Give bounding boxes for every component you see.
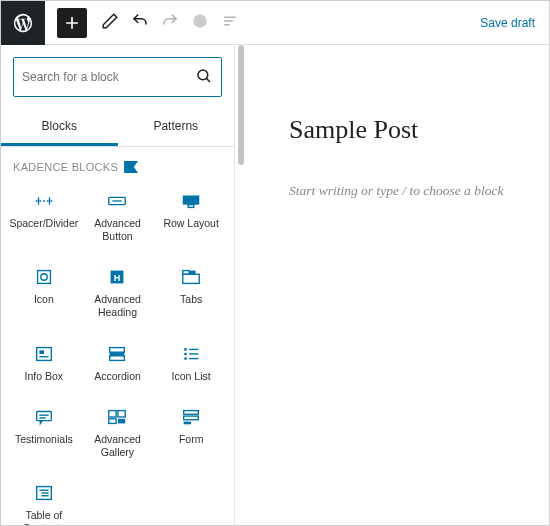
icon-block-icon <box>33 267 55 287</box>
block-form[interactable]: Form <box>154 397 228 469</box>
block-label: Icon <box>34 293 54 306</box>
block-label: Advanced Button <box>83 217 153 243</box>
search-input[interactable] <box>22 70 195 84</box>
svg-rect-21 <box>189 271 195 275</box>
svg-text:H: H <box>114 273 121 283</box>
svg-rect-40 <box>118 418 125 423</box>
advanced-heading-icon: H <box>106 267 128 287</box>
tab-blocks[interactable]: Blocks <box>1 109 118 146</box>
block-advanced-heading[interactable]: H Advanced Heading <box>81 257 155 329</box>
block-label: Table of Contents <box>9 509 79 525</box>
svg-rect-34 <box>36 411 51 420</box>
svg-rect-27 <box>110 355 125 360</box>
post-title[interactable]: Sample Post <box>289 115 531 145</box>
block-label: Testimonials <box>15 433 73 446</box>
topbar: Save draft <box>1 1 549 45</box>
section-header-kadence[interactable]: KADENCE BLOCKS <box>1 147 234 181</box>
row-layout-icon <box>180 191 202 211</box>
form-icon <box>180 407 202 427</box>
tab-patterns[interactable]: Patterns <box>118 109 235 146</box>
svg-point-30 <box>184 352 187 355</box>
svg-rect-41 <box>184 410 199 414</box>
block-label: Advanced Gallery <box>83 433 153 459</box>
block-testimonials[interactable]: Testimonials <box>7 397 81 469</box>
post-body-placeholder[interactable]: Start writing or type / to choose a bloc… <box>289 183 531 199</box>
toc-icon <box>33 483 55 503</box>
block-accordion[interactable]: Accordion <box>81 334 155 393</box>
block-info-box[interactable]: Info Box <box>7 334 81 393</box>
block-icon[interactable]: Icon <box>7 257 81 329</box>
wordpress-logo[interactable] <box>1 1 45 45</box>
svg-point-32 <box>184 357 187 360</box>
svg-rect-42 <box>184 416 199 420</box>
block-label: Spacer/Divider <box>9 217 78 230</box>
scrollbar[interactable] <box>234 45 247 525</box>
svg-point-6 <box>198 70 208 80</box>
search-box[interactable] <box>13 57 222 97</box>
svg-rect-19 <box>183 275 200 284</box>
search-icon <box>195 67 213 88</box>
info-icon <box>191 12 209 33</box>
svg-point-28 <box>184 348 187 351</box>
block-label: Icon List <box>172 370 211 383</box>
block-icon-list[interactable]: Icon List <box>154 334 228 393</box>
block-advanced-button[interactable]: Advanced Button <box>81 181 155 253</box>
info-box-icon <box>33 344 55 364</box>
svg-rect-25 <box>110 347 125 352</box>
icon-list-icon <box>180 344 202 364</box>
svg-rect-37 <box>109 410 116 416</box>
block-grid: Spacer/Divider Advanced Button Row Layou… <box>1 181 234 525</box>
edit-icon[interactable] <box>101 12 119 33</box>
svg-line-7 <box>206 78 210 82</box>
svg-point-16 <box>41 274 47 280</box>
block-table-of-contents[interactable]: Table of Contents <box>7 473 81 525</box>
svg-rect-38 <box>118 410 125 416</box>
svg-rect-15 <box>37 271 50 284</box>
block-tabs[interactable]: Tabs <box>154 257 228 329</box>
svg-rect-23 <box>39 350 44 354</box>
block-inserter-panel: Blocks Patterns KADENCE BLOCKS Spacer/Di… <box>1 45 234 525</box>
section-label: KADENCE BLOCKS <box>13 161 118 173</box>
svg-rect-14 <box>188 205 194 208</box>
block-row-layout[interactable]: Row Layout <box>154 181 228 253</box>
svg-rect-39 <box>109 418 116 423</box>
svg-rect-20 <box>183 271 189 275</box>
block-label: Accordion <box>94 370 141 383</box>
redo-icon <box>161 12 179 33</box>
spacer-divider-icon <box>33 191 55 211</box>
editor-canvas[interactable]: Sample Post Start writing or type / to c… <box>247 45 549 525</box>
block-label: Row Layout <box>163 217 218 230</box>
add-block-button[interactable] <box>57 8 87 38</box>
block-label: Info Box <box>25 370 64 383</box>
inserter-tabs: Blocks Patterns <box>1 109 234 147</box>
undo-icon[interactable] <box>131 12 149 33</box>
block-label: Form <box>179 433 204 446</box>
toolbar <box>101 12 239 33</box>
save-draft-button[interactable]: Save draft <box>480 16 549 30</box>
accordion-icon <box>106 344 128 364</box>
tabs-icon <box>180 267 202 287</box>
svg-point-2 <box>193 14 207 28</box>
outline-icon <box>221 12 239 33</box>
testimonials-icon <box>33 407 55 427</box>
block-label: Advanced Heading <box>83 293 153 319</box>
advanced-gallery-icon <box>106 407 128 427</box>
kadence-flag-icon <box>124 161 138 173</box>
block-label: Tabs <box>180 293 202 306</box>
advanced-button-icon <box>106 191 128 211</box>
block-spacer-divider[interactable]: Spacer/Divider <box>7 181 81 253</box>
block-advanced-gallery[interactable]: Advanced Gallery <box>81 397 155 469</box>
svg-rect-43 <box>184 421 191 424</box>
svg-rect-13 <box>183 196 200 205</box>
